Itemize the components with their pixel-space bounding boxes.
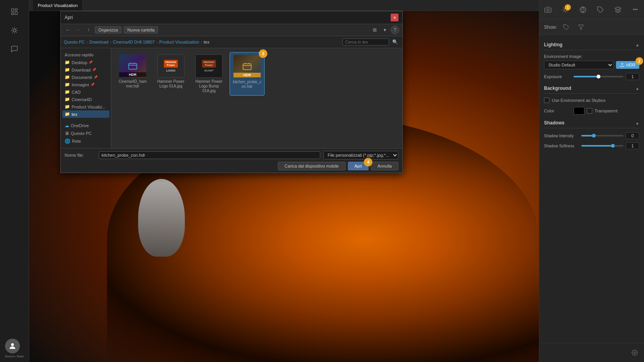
shadow-intensity-value: 0 bbox=[626, 132, 639, 139]
upload-mobile-button[interactable]: Carica dal dispositivo mobile bbox=[278, 162, 345, 170]
env-select[interactable]: Studio Default bbox=[544, 61, 614, 69]
file-thumb-kitchen-hdr: HDR bbox=[233, 55, 261, 78]
sidebar-item-immagini[interactable]: 📁 Immagini 📌 bbox=[62, 81, 109, 88]
skybox-checkbox[interactable] bbox=[544, 98, 549, 103]
color-row: Color Transparent bbox=[544, 107, 639, 115]
file-name-cinema4d-hdr: Cinema4D_hammer.hdr bbox=[118, 79, 148, 89]
file-item-hammer-logo1[interactable]: Hammer Power LOGO Hammer Power Logo 01A.… bbox=[153, 52, 188, 96]
network-icon: 🌐 bbox=[65, 138, 70, 144]
cancel-button[interactable]: Annulla bbox=[371, 162, 398, 170]
shadow-softness-row: Shadow Softness 1 bbox=[544, 142, 639, 149]
shadows-title: Shadows bbox=[544, 120, 565, 126]
sidebar-item-download[interactable]: 📁 Download 📌 bbox=[62, 66, 109, 73]
cinema4d-folder-icon: 📁 bbox=[65, 97, 70, 102]
background-chevron: ▲ bbox=[635, 86, 639, 91]
shadows-chevron: ▲ bbox=[635, 121, 639, 125]
breadcrumb: Questo PC › Download › Cinema4D Drill 18… bbox=[61, 36, 402, 48]
dialog-close-button[interactable]: ✕ bbox=[391, 14, 398, 21]
right-panel: 1 ••• Show: bbox=[539, 0, 644, 362]
dialog-title: Apri bbox=[65, 15, 73, 20]
file-thumb-hammer-logo2: Hammer Power BUMP bbox=[195, 54, 223, 78]
nav-forward-button[interactable]: → bbox=[74, 26, 82, 34]
new-folder-button[interactable]: Nuova cartella bbox=[124, 26, 158, 33]
color-label: Color bbox=[544, 108, 571, 113]
show-label: Show: bbox=[544, 24, 557, 30]
view-options-button[interactable]: ▾ bbox=[381, 26, 389, 34]
file-item-kitchen-hdr[interactable]: HDR kitchen_probe_con.hdr 3 bbox=[230, 52, 265, 96]
view-grid-button[interactable]: ⊞ bbox=[370, 26, 379, 34]
svg-marker-12 bbox=[615, 7, 621, 10]
file-thumb-hammer-logo1: Hammer Power LOGO bbox=[157, 54, 184, 78]
sidebar-item-rete[interactable]: 🌐 Rete bbox=[62, 137, 109, 145]
documenti-folder-icon: 📁 bbox=[65, 75, 70, 80]
panel-toolbar: 1 ••• bbox=[539, 0, 644, 19]
sidebar-item-documenti[interactable]: 📁 Documenti 📌 bbox=[62, 73, 109, 81]
sidebar-item-cad[interactable]: 📁 CAD bbox=[62, 88, 109, 96]
nav-up-button[interactable]: ↑ bbox=[84, 26, 93, 34]
show-bar: Show: bbox=[539, 19, 644, 35]
background-section-header[interactable]: Background ▲ bbox=[544, 83, 639, 94]
product-viz-folder-icon: 📁 bbox=[65, 104, 70, 109]
file-item-hammer-logo2[interactable]: Hammer Power BUMP Hammer Power Logo Bump… bbox=[191, 52, 226, 96]
sidebar-item-cinema4d[interactable]: 📁 Cinema4D bbox=[62, 96, 109, 103]
lighting-icon[interactable]: 1 bbox=[559, 3, 572, 16]
shadows-section-header[interactable]: Shadows ▲ bbox=[544, 118, 639, 128]
onedrive-icon: ☁ bbox=[65, 123, 69, 128]
breadcrumb-cinema4d[interactable]: Cinema4D Drill 18807 bbox=[113, 40, 155, 44]
search-icon[interactable]: 🔍 bbox=[391, 38, 399, 46]
step-badge-3: 3 bbox=[259, 49, 267, 58]
transparent-label: Transparent bbox=[595, 108, 618, 113]
breadcrumb-questo-pc[interactable]: Questo PC bbox=[64, 40, 85, 44]
lighting-section-header[interactable]: Lighting ▲ bbox=[544, 40, 639, 50]
lighting-chevron: ▲ bbox=[635, 43, 639, 47]
breadcrumb-product-viz[interactable]: Product Visualization bbox=[159, 40, 199, 44]
sidebar-item-product-viz[interactable]: 📁 Product Visualiz... bbox=[62, 103, 109, 110]
sidebar-icon-library[interactable] bbox=[7, 4, 22, 19]
sidebar-item-tex[interactable]: 📁 tex bbox=[62, 110, 109, 118]
env-image-label: Environment Image: bbox=[544, 54, 639, 59]
shadow-softness-slider[interactable] bbox=[581, 145, 623, 147]
shadow-softness-label: Shadow Softness bbox=[544, 144, 579, 148]
nav-back-button[interactable]: ← bbox=[64, 26, 72, 34]
exposure-slider[interactable] bbox=[574, 76, 623, 77]
sidebar-icon-debug[interactable] bbox=[7, 23, 22, 38]
more-icon[interactable]: ••• bbox=[629, 3, 642, 16]
shadow-intensity-slider[interactable] bbox=[581, 135, 623, 136]
color-swatch[interactable] bbox=[574, 107, 584, 115]
organize-button[interactable]: Organizza bbox=[95, 26, 121, 33]
main-content: Product Visualization Apri bbox=[29, 0, 539, 362]
layers-icon[interactable] bbox=[612, 3, 624, 16]
camera-icon[interactable] bbox=[542, 3, 554, 16]
dialog-file-sidebar: Accesso rapido 📁 Desktop 📌 📁 Download 📌 bbox=[61, 48, 111, 148]
tag-icon[interactable] bbox=[594, 3, 607, 16]
transparent-checkbox[interactable] bbox=[587, 108, 592, 114]
show-filter-icon[interactable] bbox=[576, 22, 586, 33]
filetype-select[interactable]: File personalizzati (*.pjp;*.jpg;*... bbox=[323, 151, 398, 159]
sidebar-icon-chat[interactable] bbox=[7, 41, 22, 57]
show-tags-icon[interactable] bbox=[561, 22, 572, 33]
search-input[interactable] bbox=[342, 38, 389, 45]
material-icon[interactable] bbox=[577, 3, 589, 16]
tex-folder-icon: 📁 bbox=[65, 112, 70, 117]
quick-access-label: Accesso rapido bbox=[62, 51, 109, 59]
tab-product-visualization[interactable]: Product Visualization bbox=[33, 0, 83, 10]
breadcrumb-download[interactable]: Download bbox=[89, 40, 108, 44]
avatar[interactable] bbox=[5, 339, 20, 353]
svg-rect-0 bbox=[12, 9, 14, 12]
sidebar-item-desktop[interactable]: 📁 Desktop 📌 bbox=[62, 59, 109, 66]
filename-input[interactable] bbox=[99, 151, 320, 159]
sidebar-item-onedrive[interactable]: ☁ OneDrive bbox=[62, 122, 109, 129]
shadow-softness-value: 1 bbox=[626, 142, 639, 149]
filename-label: Nome file: bbox=[65, 153, 96, 157]
svg-rect-1 bbox=[15, 9, 18, 10]
settings-icon[interactable] bbox=[628, 346, 641, 359]
dialog-files-area: HDR Cinema4D_hammer.hdr bbox=[111, 48, 402, 148]
left-sidebar: Demo's Team bbox=[0, 0, 29, 362]
exposure-row: Exposure 1 bbox=[544, 73, 639, 80]
file-item-cinema4d-hdr[interactable]: HDR Cinema4D_hammer.hdr bbox=[115, 52, 150, 96]
breadcrumb-tex: tex bbox=[204, 40, 210, 44]
svg-point-5 bbox=[11, 343, 14, 346]
sidebar-item-questo-pc[interactable]: 🖥 Questo PC bbox=[62, 129, 109, 137]
help-button[interactable]: ? bbox=[391, 26, 399, 34]
svg-rect-3 bbox=[12, 13, 14, 14]
